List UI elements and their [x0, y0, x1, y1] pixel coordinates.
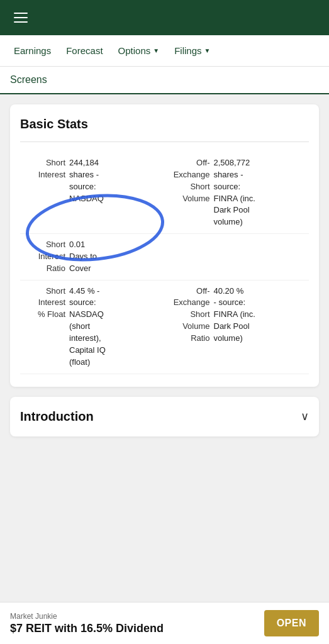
tab-options[interactable]: Options ▼: [112, 40, 166, 61]
off-exchange-label: Off-ExchangeShortVolume: [167, 157, 210, 204]
ad-open-button[interactable]: OPEN: [264, 610, 319, 636]
stats-row-3: ShortInterest% Float 4.45 % -source:NASD…: [20, 280, 309, 374]
filings-chevron-icon: ▼: [204, 47, 211, 54]
stats-divider: [20, 142, 309, 142]
short-ratio-value: 0.01Days toCover: [69, 239, 97, 275]
intro-chevron-icon: ∨: [301, 409, 309, 423]
tab-earnings-label: Earnings: [14, 45, 51, 56]
ad-headline: $7 REIT with 16.5% Dividend: [10, 622, 264, 635]
tab-options-label: Options: [118, 45, 151, 56]
short-interest-label: ShortInterest: [23, 157, 65, 181]
ad-source: Market Junkie: [10, 612, 264, 621]
hamburger-button[interactable]: [10, 9, 31, 26]
basic-stats-title: Basic Stats: [20, 117, 309, 131]
options-chevron-icon: ▼: [153, 47, 159, 54]
tab-forecast[interactable]: Forecast: [60, 40, 109, 61]
tab-forecast-label: Forecast: [66, 45, 103, 56]
stats-col-off-exchange: Off-ExchangeShortVolume 2,508,772shares …: [165, 152, 309, 233]
stats-col-short-ratio: ShortInterestRatio 0.01Days toCover: [20, 234, 165, 280]
top-bar: [0, 0, 329, 35]
off-exchange-value: 2,508,772shares -source:FINRA (inc.Dark …: [214, 157, 255, 228]
content-area: Basic Stats ShortInterest 244,184shares …: [0, 94, 329, 447]
tab-filings[interactable]: Filings ▼: [168, 40, 216, 61]
intro-title: Introduction: [20, 409, 94, 424]
screens-label: Screens: [10, 74, 47, 85]
screens-bar[interactable]: Screens: [0, 67, 329, 94]
hamburger-line-1: [14, 13, 28, 14]
tab-filings-label: Filings: [174, 45, 201, 56]
short-interest-value: 244,184shares -source:NASDAQ: [69, 157, 104, 204]
stats-col-short-interest: ShortInterest 244,184shares -source:NASD…: [20, 152, 165, 233]
stats-col-volume-ratio: Off-ExchangeShortVolumeRatio 40.20 %- so…: [165, 280, 309, 374]
stats-row-2: ShortInterestRatio 0.01Days toCover: [20, 234, 309, 280]
ad-banner: Market Junkie $7 REIT with 16.5% Dividen…: [0, 602, 329, 644]
stats-col-float: ShortInterest% Float 4.45 % -source:NASD…: [20, 280, 165, 374]
basic-stats-card: Basic Stats ShortInterest 244,184shares …: [10, 104, 319, 387]
hamburger-line-3: [14, 21, 28, 23]
hamburger-line-2: [14, 17, 28, 18]
stats-row-1: ShortInterest 244,184shares -source:NASD…: [20, 152, 309, 234]
stats-wrapper: ShortInterest 244,184shares -source:NASD…: [20, 152, 309, 374]
intro-card[interactable]: Introduction ∨: [10, 397, 319, 436]
nav-tabs: Earnings Forecast Options ▼ Filings ▼: [0, 35, 329, 67]
float-value: 4.45 % -source:NASDAQ(shortinterest),Cap…: [69, 286, 106, 369]
volume-ratio-value: 40.20 %- source:FINRA (inc.Dark Poolvolu…: [214, 286, 255, 345]
float-label: ShortInterest% Float: [23, 286, 65, 321]
tab-earnings[interactable]: Earnings: [8, 40, 57, 61]
volume-ratio-label: Off-ExchangeShortVolumeRatio: [167, 286, 210, 345]
ad-text-area: Market Junkie $7 REIT with 16.5% Dividen…: [10, 612, 264, 635]
short-ratio-label: ShortInterestRatio: [23, 239, 65, 275]
stats-col-empty: [165, 234, 309, 280]
